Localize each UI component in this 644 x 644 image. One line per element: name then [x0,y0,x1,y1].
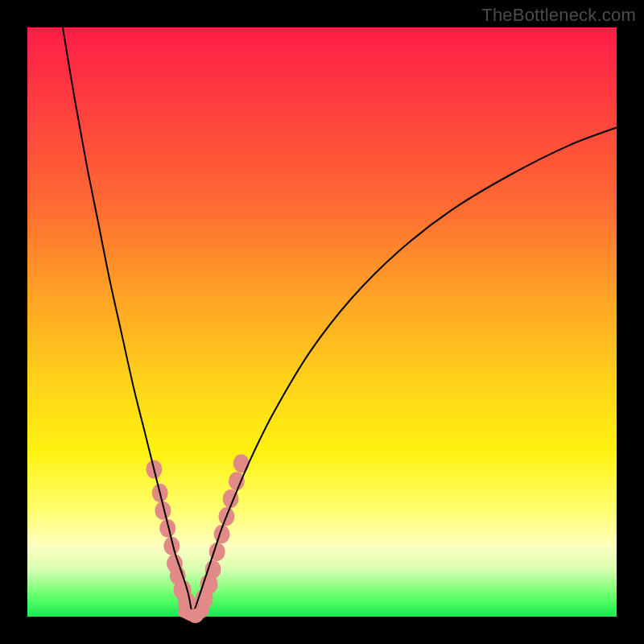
data-marker [229,472,245,490]
chart-svg [27,27,617,617]
right-curve [192,127,617,617]
data-markers [146,454,249,623]
chart-frame: TheBottleneck.com [0,0,644,644]
watermark-text: TheBottleneck.com [481,5,636,26]
valley-flat [184,612,201,615]
data-marker [233,454,250,473]
